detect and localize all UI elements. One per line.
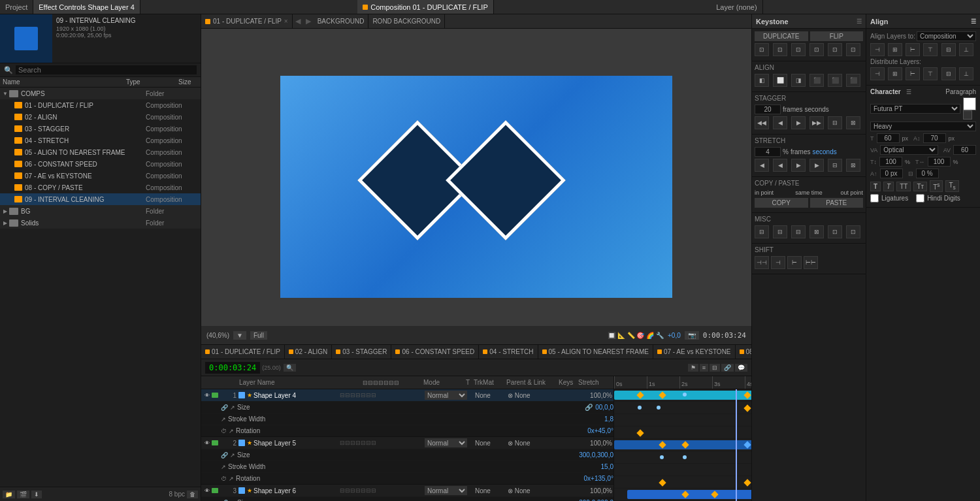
solo-btn-1[interactable]: [212, 393, 218, 398]
search-keyframe-button[interactable]: 🔍: [284, 364, 296, 372]
ks-align-icon-4[interactable]: ⬛: [809, 74, 824, 87]
tab-effect-controls[interactable]: Effect Controls Shape Layer 4: [33, 0, 140, 14]
align-top-button[interactable]: ⊤: [923, 43, 938, 56]
align-menu-icon[interactable]: ☰: [971, 18, 976, 25]
viewer-nav-right[interactable]: ▶: [306, 17, 311, 25]
shift-end-button[interactable]: ⊢⊢: [804, 256, 818, 269]
viewer-tab1-close[interactable]: ×: [284, 18, 288, 25]
dist-left-button[interactable]: ⊣: [870, 67, 885, 80]
eye-icon-3[interactable]: 👁: [203, 488, 212, 494]
copy-button[interactable]: COPY: [755, 198, 808, 208]
text-color-box2[interactable]: [963, 110, 972, 120]
delete-button[interactable]: 🗑: [187, 491, 198, 498]
ks-misc-icon-5[interactable]: ⊡: [828, 225, 842, 238]
align-to-select[interactable]: Composition: [917, 31, 976, 41]
ks-icon-3[interactable]: ⊡: [791, 43, 806, 56]
zoom-button[interactable]: ▼: [233, 331, 246, 340]
tl-tab-stretch[interactable]: 04 - STRETCH: [479, 345, 538, 359]
bold-button[interactable]: T: [870, 182, 881, 191]
stretch-value-input[interactable]: [755, 147, 781, 157]
char-menu-icon[interactable]: ☰: [906, 89, 911, 95]
ks-stagger-icon-1[interactable]: ◀◀: [755, 116, 769, 129]
align-right-button[interactable]: ⊢: [906, 43, 920, 56]
allcaps-button[interactable]: TT: [896, 182, 911, 191]
ks-stagger-icon-4[interactable]: ▶▶: [809, 116, 824, 129]
duplicate-button[interactable]: DUPLICATE: [755, 31, 808, 41]
timeline-timecode[interactable]: 0:00:03:24: [205, 362, 260, 374]
list-item-comp5[interactable]: 05 - ALIGN TO NEAREST FRAME Composition: [0, 146, 201, 158]
h-scale-input[interactable]: [928, 157, 951, 167]
layer-mode-2[interactable]: Normal: [425, 438, 467, 447]
ks-align-icon-3[interactable]: ◨: [791, 74, 806, 87]
text-color-box[interactable]: [963, 97, 976, 110]
ks-stretch-icon-5[interactable]: ⊟: [828, 159, 842, 172]
dist-right-button[interactable]: ⊢: [906, 67, 920, 80]
dist-bottom-button[interactable]: ⊥: [959, 67, 973, 80]
ks-align-icon-5[interactable]: ⬛: [828, 74, 842, 87]
layer-mode-1[interactable]: Normal: [425, 391, 467, 400]
tab-project[interactable]: Project: [0, 0, 33, 14]
eye-icon-2[interactable]: 👁: [203, 440, 212, 446]
ks-stagger-icon-5[interactable]: ⊟: [828, 116, 842, 129]
tracking-select[interactable]: Optical: [880, 145, 938, 155]
ks-stretch-icon-6[interactable]: ⊠: [846, 159, 860, 172]
stagger-value-input[interactable]: [755, 105, 781, 114]
list-item-comp3[interactable]: 03 - STAGGER Composition: [0, 123, 201, 135]
import-button[interactable]: ⬇: [31, 491, 42, 498]
ks-align-icon-6[interactable]: ⬛: [846, 74, 860, 87]
folder-bg[interactable]: ▶ BG Folder: [0, 205, 201, 217]
list-item-comp6[interactable]: 06 - CONSTANT SPEED Composition: [0, 158, 201, 170]
ks-stagger-icon-6[interactable]: ⊠: [846, 116, 860, 129]
ks-stagger-icon-3[interactable]: ▶: [791, 116, 806, 129]
search-input[interactable]: [16, 65, 197, 74]
shift-start-button[interactable]: ⊣⊣: [755, 256, 769, 269]
ks-align-icon-1[interactable]: ◧: [755, 74, 769, 87]
list-item-comp2[interactable]: 02 - ALIGN Composition: [0, 111, 201, 123]
ligatures-checkbox[interactable]: [870, 194, 879, 202]
font-weight-select[interactable]: Heavy: [870, 121, 976, 131]
list-item-comp7[interactable]: 07 - AE vs KEYSTONE Composition: [0, 170, 201, 182]
ks-misc-icon-4[interactable]: ⊠: [809, 225, 824, 238]
ks-stretch-icon-1[interactable]: ◀: [755, 159, 769, 172]
viewer-nav-left[interactable]: ◀: [295, 17, 301, 25]
ks-misc-icon-3[interactable]: ⊟: [791, 225, 806, 238]
new-folder-button[interactable]: 📁: [3, 491, 15, 498]
paste-button[interactable]: PASTE: [810, 198, 864, 208]
folder-comps[interactable]: ▼ COMPS Folder: [0, 88, 201, 99]
snapshot-button[interactable]: 📷: [685, 331, 699, 340]
tl-tab-nearest[interactable]: 05 - ALIGN TO NEAREST FRAME: [538, 345, 653, 359]
superscript-button[interactable]: Ts: [930, 180, 943, 192]
list-item-comp9[interactable]: 09 - INTERVAL CLEANING Composition: [0, 193, 201, 205]
v-scale-input[interactable]: [879, 157, 902, 167]
folder-solids[interactable]: ▶ Solids Folder: [0, 217, 201, 229]
list-item-comp1[interactable]: 01 - DUPLICATE / FLIP Composition: [0, 99, 201, 111]
baseline-input[interactable]: [880, 169, 903, 178]
ks-stagger-icon-2[interactable]: ◀: [773, 116, 787, 129]
align-center-v-button[interactable]: ⊟: [941, 43, 956, 56]
ks-icon-6[interactable]: ⊡: [846, 43, 860, 56]
shift-fwd-button[interactable]: ⊢: [787, 256, 802, 269]
solo-btn-3[interactable]: [212, 488, 218, 493]
new-comp-button[interactable]: 🎬: [17, 491, 29, 498]
tl-tab-align[interactable]: 02 - ALIGN: [285, 345, 332, 359]
tab-composition[interactable]: Composition 01 - DUPLICATE / FLIP: [357, 0, 494, 14]
ks-icon-4[interactable]: ⊡: [809, 43, 824, 56]
stretch-seconds-link[interactable]: seconds: [812, 148, 836, 155]
comment-button[interactable]: 💬: [735, 364, 747, 372]
tl-tab-keystone[interactable]: 07 - AE vs KEYSTONE: [653, 345, 736, 359]
subscript-button[interactable]: Ts: [945, 180, 958, 192]
kerning-input[interactable]: [953, 145, 976, 155]
ks-stretch-icon-2[interactable]: ◀: [773, 159, 787, 172]
playhead[interactable]: [736, 389, 737, 501]
align-bottom-button[interactable]: ⊥: [959, 43, 973, 56]
ks-stretch-icon-3[interactable]: ▶: [791, 159, 806, 172]
ks-stretch-icon-4[interactable]: ▶: [809, 159, 824, 172]
dist-center-v-button[interactable]: ⊟: [941, 67, 956, 80]
paragraph-tab[interactable]: Paragraph: [945, 88, 976, 95]
toggle-switches-button[interactable]: ≡: [700, 364, 708, 372]
tsume-input[interactable]: [916, 169, 939, 178]
layer-row-3[interactable]: 👁 3 ★ Shape Layer 6 ⊟⊟⊟⊟⊟⊟⊟ Normal None …: [201, 485, 613, 497]
align-center-h-button[interactable]: ⊞: [888, 43, 902, 56]
character-tab[interactable]: Character: [870, 88, 901, 95]
viewer-tab-rond[interactable]: ROND BACKGROUND: [368, 14, 445, 28]
